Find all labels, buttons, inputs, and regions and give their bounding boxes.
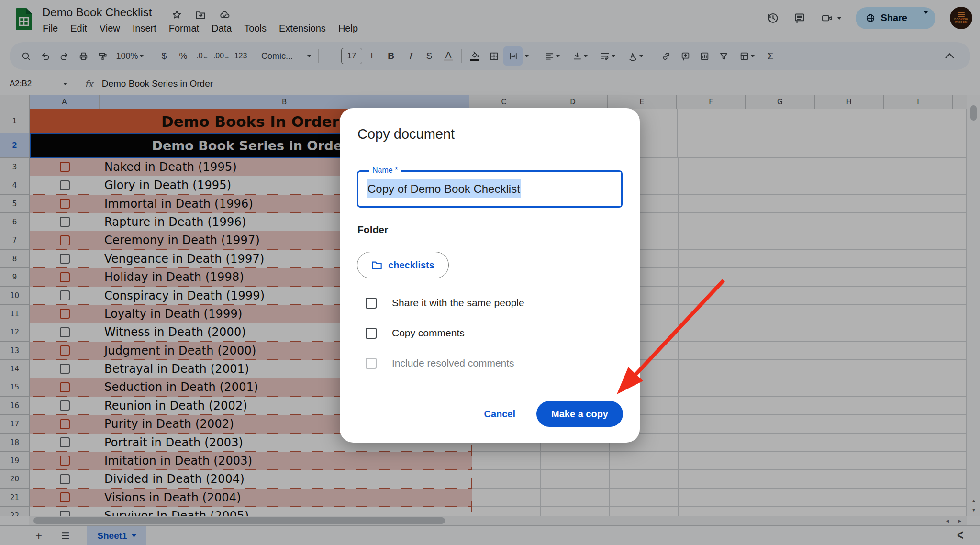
name-field-label: Name * bbox=[369, 166, 401, 175]
copy-document-dialog: Copy document Name * Copy of Demo Book C… bbox=[340, 108, 640, 443]
checkbox-label: Copy comments bbox=[392, 327, 465, 339]
share-same-people-option[interactable]: Share it with the same people bbox=[366, 296, 524, 310]
checkbox-icon[interactable] bbox=[366, 298, 377, 309]
folder-chip-label: checklists bbox=[388, 260, 434, 271]
name-input[interactable]: Copy of Demo Book Checklist bbox=[367, 179, 521, 198]
checkbox-label: Include resolved comments bbox=[392, 357, 514, 369]
checkbox-icon bbox=[366, 358, 377, 369]
google-sheets-app: Demo Book Checklist File Edit View Inser… bbox=[0, 0, 980, 545]
folder-chip-button[interactable]: checklists bbox=[357, 252, 449, 278]
cancel-button[interactable]: Cancel bbox=[477, 404, 522, 424]
name-field[interactable]: Name * Copy of Demo Book Checklist bbox=[357, 170, 623, 208]
copy-comments-option[interactable]: Copy comments bbox=[366, 326, 465, 340]
folder-icon bbox=[371, 260, 382, 270]
make-a-copy-button[interactable]: Make a copy bbox=[536, 401, 623, 427]
include-resolved-comments-option: Include resolved comments bbox=[366, 356, 514, 370]
checkbox-icon[interactable] bbox=[366, 328, 377, 339]
dialog-title: Copy document bbox=[357, 126, 455, 142]
folder-section-label: Folder bbox=[357, 224, 388, 235]
checkbox-label: Share it with the same people bbox=[392, 297, 524, 309]
